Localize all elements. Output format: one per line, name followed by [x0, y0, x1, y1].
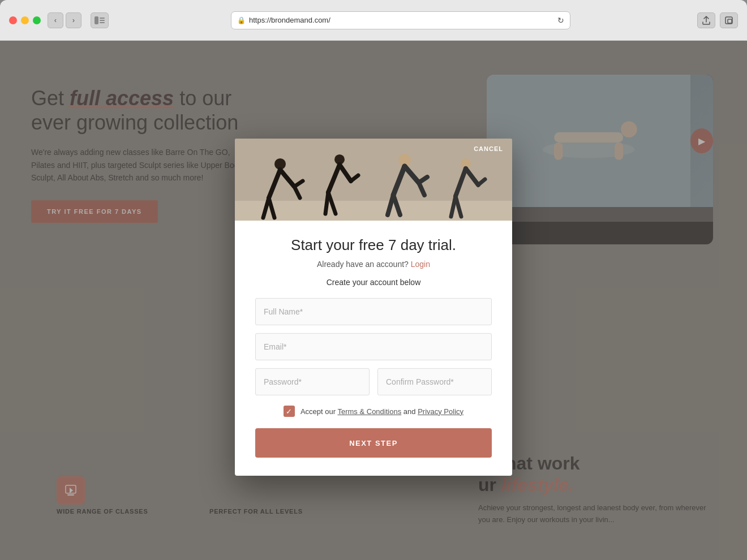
modal-body: Start your free 7 day trial. Already hav… [235, 221, 512, 476]
modal-hero-image: CANCEL [235, 139, 512, 221]
privacy-link[interactable]: Privacy Policy [418, 407, 463, 415]
page-content: Get full access to our ever growing coll… [0, 41, 747, 560]
refresh-button[interactable]: ↻ [557, 16, 564, 25]
share-button[interactable] [697, 12, 715, 28]
terms-label: Accept our Terms & Conditions and Privac… [300, 407, 463, 415]
modal-account-line: Already have an account? Login [255, 260, 492, 269]
traffic-lights [9, 16, 41, 24]
back-button[interactable]: ‹ [48, 12, 63, 28]
confirm-password-input[interactable] [377, 368, 492, 395]
svg-rect-5 [728, 19, 732, 23]
svg-rect-1 [100, 18, 105, 19]
lock-icon: 🔒 [237, 16, 246, 24]
password-input[interactable] [255, 368, 370, 395]
browser-chrome: ‹ › 🔒 https://brondemand.com/ ↻ [0, 0, 747, 41]
fullscreen-traffic-light[interactable] [33, 16, 41, 24]
next-step-button[interactable]: NEXT STEP [255, 428, 492, 458]
svg-rect-2 [100, 20, 105, 21]
modal-title: Start your free 7 day trial. [255, 236, 492, 254]
login-link[interactable]: Login [411, 260, 430, 269]
create-account-label: Create your account below [255, 278, 492, 287]
address-bar[interactable]: 🔒 https://brondemand.com/ ↻ [231, 11, 570, 29]
nav-buttons: ‹ › [48, 12, 81, 28]
signup-modal: CANCEL Start your free 7 day trial. Alre… [235, 139, 512, 476]
password-row [255, 368, 492, 395]
close-traffic-light[interactable] [9, 16, 17, 24]
terms-checkbox[interactable]: ✓ [284, 406, 295, 417]
hero-svg [235, 139, 512, 221]
minimize-traffic-light[interactable] [21, 16, 29, 24]
terms-link[interactable]: Terms & Conditions [337, 407, 401, 415]
forward-button[interactable]: › [66, 12, 81, 28]
browser-actions [697, 12, 738, 28]
url-text: https://brondemand.com/ [249, 16, 554, 24]
sidebar-toggle-button[interactable] [91, 12, 109, 28]
terms-checkbox-row: ✓ Accept our Terms & Conditions and Priv… [255, 406, 492, 417]
cancel-button[interactable]: CANCEL [474, 145, 503, 152]
full-name-input[interactable] [255, 298, 492, 325]
email-input[interactable] [255, 333, 492, 360]
svg-rect-16 [235, 201, 512, 221]
svg-rect-0 [95, 16, 98, 24]
new-tab-button[interactable] [720, 12, 738, 28]
svg-rect-3 [100, 22, 105, 23]
